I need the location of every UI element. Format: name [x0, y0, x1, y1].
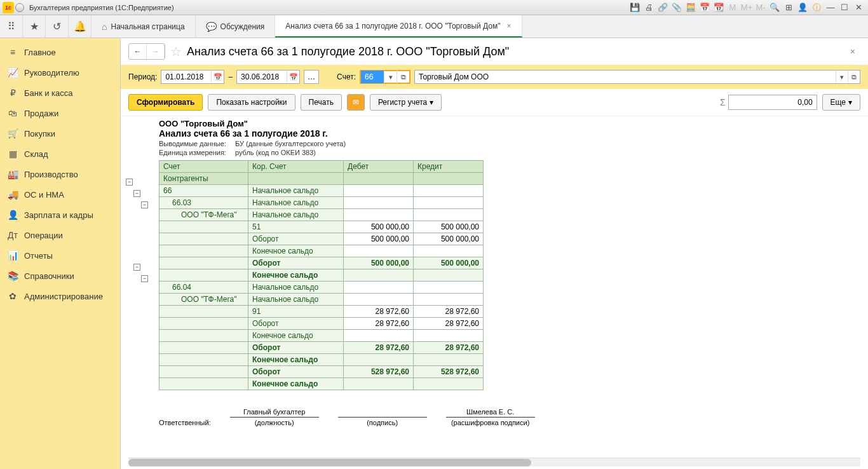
more-button[interactable]: Еще ▾	[822, 94, 860, 111]
tab-home[interactable]: ⌂ Начальная страница	[92, 15, 196, 37]
table-row[interactable]: 66Начальное сальдо	[159, 185, 484, 197]
cell-acct	[159, 330, 248, 342]
table-row[interactable]: Конечное сальдо	[159, 330, 484, 342]
clip-icon[interactable]: 📎	[671, 2, 682, 13]
nav-forward-button[interactable]: →	[147, 44, 165, 59]
sidebar-item[interactable]: 🛍Продажи	[0, 103, 120, 123]
tab-analysis[interactable]: Анализ счета 66 за 1 полугодие 2018 г. О…	[275, 15, 522, 37]
dropdown-icon[interactable]: ▾	[384, 71, 397, 83]
open-icon[interactable]: ⧉	[848, 71, 860, 83]
print-icon[interactable]: 🖨	[643, 2, 654, 13]
settings-button[interactable]: Показать настройки	[208, 94, 295, 111]
calc-icon[interactable]: 🧮	[685, 2, 696, 13]
page-title: Анализ счета 66 за 1 полугодие 2018 г. О…	[187, 45, 509, 58]
report-area[interactable]: − − − − − ООО "Торговый Дом" Анализ счет…	[121, 116, 868, 458]
account-input[interactable]	[361, 71, 384, 83]
org-input[interactable]	[415, 71, 836, 83]
tab-close-icon[interactable]: ×	[507, 22, 512, 31]
mminus-icon[interactable]: M-	[755, 2, 766, 13]
table-row[interactable]: Конечное сальдо	[159, 269, 484, 282]
cell-acct	[159, 306, 248, 318]
page-close-icon[interactable]: ×	[850, 46, 860, 57]
sidebar-item[interactable]: ДтОперации	[0, 225, 120, 245]
table-row[interactable]: 66.03Начальное сальдо	[159, 197, 484, 209]
tree-node[interactable]: −	[141, 201, 148, 208]
history-icon[interactable]: ↺	[46, 15, 69, 37]
table-row[interactable]: Оборот528 972,60528 972,60	[159, 366, 484, 378]
cell-acct: ООО "ТФ-Мега"	[159, 294, 248, 306]
table-row[interactable]: ООО "ТФ-Мега"Начальное сальдо	[159, 209, 484, 221]
table-row[interactable]: Конечное сальдо	[159, 378, 484, 390]
star-icon[interactable]: ☆	[170, 44, 182, 59]
sidebar-item[interactable]: ▦Склад	[0, 144, 120, 164]
print-button[interactable]: Печать	[301, 94, 342, 111]
table-row[interactable]: 66.04Начальное сальдо	[159, 282, 484, 294]
cal31-icon[interactable]: 📆	[713, 2, 724, 13]
info-icon[interactable]: ⓘ	[811, 2, 822, 13]
generate-button[interactable]: Сформировать	[128, 94, 203, 111]
cell-acct	[159, 366, 248, 378]
sidebar-item[interactable]: ₽Банк и касса	[0, 83, 120, 103]
calendar-icon[interactable]: 📅	[211, 71, 224, 83]
cell-acct	[159, 245, 248, 257]
period-picker-button[interactable]: …	[304, 70, 319, 84]
win-dot[interactable]	[15, 3, 24, 12]
table-row[interactable]: Конечное сальдо	[159, 245, 484, 257]
table-row[interactable]: Конечное сальдо	[159, 354, 484, 366]
calendar-icon[interactable]: 📅	[699, 2, 710, 13]
table-row[interactable]: 9128 972,6028 972,60	[159, 306, 484, 318]
tree-node[interactable]: −	[126, 179, 133, 186]
sidebar-item[interactable]: 🚚ОС и НМА	[0, 184, 120, 205]
save-icon[interactable]: 💾	[629, 2, 641, 13]
sidebar-item[interactable]: 👤Зарплата и кадры	[0, 205, 120, 225]
tab-discuss[interactable]: 💬 Обсуждения	[196, 15, 276, 37]
link-icon[interactable]: 🔗	[657, 2, 668, 13]
date-to-input[interactable]	[237, 71, 287, 83]
table-row[interactable]: 51500 000,00500 000,00	[159, 221, 484, 233]
minimize-icon[interactable]: —	[825, 2, 836, 13]
scrollbar-thumb[interactable]	[128, 459, 531, 466]
table-row[interactable]: Оборот500 000,00500 000,00	[159, 233, 484, 245]
bell-icon[interactable]: 🔔	[69, 15, 92, 37]
calendar-icon[interactable]: 📅	[287, 71, 299, 83]
cell-korr: Начальное сальдо	[248, 294, 344, 306]
tree-node[interactable]: −	[133, 264, 140, 271]
cell-korr: Начальное сальдо	[248, 185, 344, 197]
zoom-icon[interactable]: ⊞	[783, 2, 794, 13]
m-icon[interactable]: M	[727, 2, 738, 13]
sidebar-item[interactable]: ✿Администрирование	[0, 286, 120, 306]
open-icon[interactable]: ⧉	[397, 71, 409, 83]
apps-icon[interactable]: ⠿	[0, 15, 23, 37]
tree-node[interactable]: −	[141, 275, 148, 282]
nav-back-button[interactable]: ←	[129, 44, 147, 59]
cell-korr: Конечное сальдо	[248, 269, 344, 282]
table-row[interactable]: Оборот28 972,6028 972,60	[159, 318, 484, 330]
table-row[interactable]: ООО "ТФ-Мега"Начальное сальдо	[159, 294, 484, 306]
close-icon[interactable]: ✕	[853, 2, 864, 13]
out-label: Выводимые данные:	[159, 140, 235, 147]
more-label: Еще	[831, 98, 846, 107]
table-row[interactable]: Оборот500 000,00500 000,00	[159, 257, 484, 269]
sidebar-item[interactable]: ≡Главное	[0, 42, 120, 62]
sidebar-item[interactable]: 📊Отчеты	[0, 245, 120, 266]
user-icon[interactable]: 👤	[797, 2, 808, 13]
sidebar-item[interactable]: 🏭Производство	[0, 164, 120, 184]
sidebar-item[interactable]: 📚Справочники	[0, 266, 120, 286]
date-from-input[interactable]	[161, 71, 211, 83]
email-button[interactable]: ✉	[347, 94, 365, 111]
maximize-icon[interactable]: ☐	[839, 2, 850, 13]
mplus-icon[interactable]: M+	[741, 2, 752, 13]
tree-node[interactable]: −	[133, 190, 140, 197]
cell-debit: 28 972,60	[344, 342, 414, 354]
sidebar-item[interactable]: 📈Руководителю	[0, 62, 120, 83]
zoom-in-icon[interactable]: 🔍	[769, 2, 780, 13]
dropdown-icon[interactable]: ▾	[836, 71, 848, 83]
favorite-icon[interactable]: ★	[23, 15, 46, 37]
sidebar-item[interactable]: 🛒Покупки	[0, 123, 120, 144]
register-button[interactable]: Регистр учета ▾	[370, 94, 442, 111]
sum-input[interactable]	[728, 95, 817, 110]
horizontal-scrollbar[interactable]	[128, 458, 860, 466]
table-row[interactable]: Оборот28 972,6028 972,60	[159, 342, 484, 354]
cell-credit: 28 972,60	[414, 318, 484, 330]
cell-credit	[414, 245, 484, 257]
